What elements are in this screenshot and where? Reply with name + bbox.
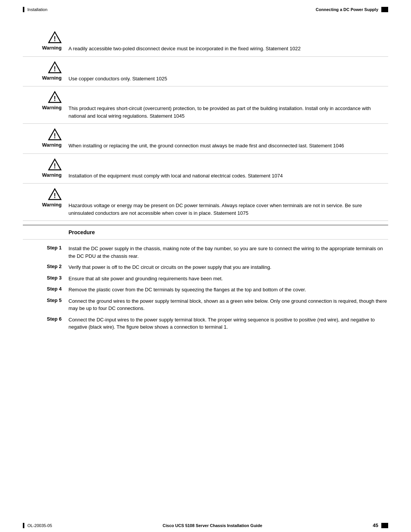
- warning-icon-row: !: [23, 128, 388, 141]
- step-text: Verify that power is off to the DC circu…: [68, 264, 388, 271]
- warning-entry: ! Warning Installation of the equipment …: [23, 154, 388, 184]
- step-row: Step 6 Connect the DC-input wires to the…: [23, 316, 388, 331]
- warning-text-row: Warning This product requires short-circ…: [23, 105, 388, 120]
- step-label: Step 3: [23, 275, 68, 281]
- page-footer: OL-20035-05 Cisco UCS 5108 Server Chassi…: [0, 519, 411, 532]
- warning-label-cell: Warning: [23, 172, 68, 178]
- step-row: Step 2 Verify that power is off to the D…: [23, 264, 388, 271]
- warning-icon-cell: !: [23, 128, 68, 141]
- warning-text-cell: Installation of the equipment must compl…: [68, 172, 388, 180]
- warning-icon-row: !: [23, 30, 388, 44]
- footer-center-label: Cisco UCS 5108 Server Chassis Installati…: [162, 523, 262, 528]
- step-label: Step 1: [23, 245, 68, 251]
- header-right-bar: [381, 7, 388, 12]
- footer-right: 45: [373, 522, 388, 528]
- step-label: Step 4: [23, 286, 68, 292]
- warning-text-row: Warning When installing or replacing the…: [23, 142, 388, 150]
- warning-text: This product requires short-circuit (ove…: [68, 105, 371, 119]
- header-left-label: Installation: [27, 7, 48, 12]
- warning-text-row: Warning Hazardous voltage or energy may …: [23, 202, 388, 217]
- warning-icon-cell: !: [23, 158, 68, 171]
- page-header: Installation Connecting a DC Power Suppl…: [0, 0, 411, 15]
- warning-icon-cell: !: [23, 90, 68, 104]
- warning-icon-row: !: [23, 90, 388, 104]
- header-left: Installation: [23, 7, 48, 12]
- svg-text:!: !: [54, 65, 56, 73]
- warning-text-cell: This product requires short-circuit (ove…: [68, 105, 388, 120]
- warning-text-cell: Use copper conductors only. Statement 10…: [68, 75, 388, 83]
- step-label: Step 6: [23, 316, 68, 322]
- step-text: Connect the ground wires to the power su…: [68, 297, 388, 312]
- warning-icon: !: [48, 128, 62, 141]
- warning-text-row: Warning Use copper conductors only. Stat…: [23, 75, 388, 83]
- step-row: Step 4 Remove the plastic cover from the…: [23, 286, 388, 294]
- warning-label: Warning: [42, 142, 62, 148]
- header-right: Connecting a DC Power Supply: [316, 7, 388, 12]
- warning-icon-cell: !: [23, 61, 68, 74]
- warning-icon: !: [48, 30, 62, 44]
- svg-text:!: !: [54, 35, 56, 43]
- header-right-label: Connecting a DC Power Supply: [316, 7, 378, 12]
- warning-icon: !: [48, 158, 62, 171]
- warning-label: Warning: [42, 202, 62, 208]
- warning-label: Warning: [42, 105, 62, 110]
- footer-right-bar: [381, 523, 388, 528]
- warning-label: Warning: [42, 75, 62, 81]
- footer-left: OL-20035-05: [23, 523, 52, 528]
- warning-icon-row: !: [23, 158, 388, 171]
- warning-icon-cell: !: [23, 187, 68, 201]
- warning-entry: ! Warning Use copper conductors only. St…: [23, 57, 388, 87]
- svg-text:!: !: [54, 192, 56, 200]
- warning-text-cell: When installing or replacing the unit, t…: [68, 142, 388, 150]
- warning-text: Installation of the equipment must compl…: [68, 173, 283, 179]
- procedure-title: Procedure: [68, 229, 95, 235]
- warning-icon: !: [48, 90, 62, 104]
- warning-entry: ! Warning This product requires short-ci…: [23, 86, 388, 124]
- warning-text: Use copper conductors only. Statement 10…: [68, 76, 167, 81]
- warning-icon: !: [48, 61, 62, 74]
- step-text: Install the DC power supply in the chass…: [68, 245, 388, 260]
- svg-text:!: !: [54, 162, 56, 170]
- warning-text: When installing or replacing the unit, t…: [68, 143, 344, 149]
- step-label: Step 5: [23, 297, 68, 303]
- step-row: Step 1 Install the DC power supply in th…: [23, 245, 388, 260]
- step-text: Ensure that all site power and grounding…: [68, 275, 388, 283]
- warning-icon-cell: !: [23, 30, 68, 44]
- warning-text-cell: A readily accessible two-poled disconnec…: [68, 45, 388, 53]
- page: Installation Connecting a DC Power Suppl…: [0, 0, 411, 532]
- warning-text: Hazardous voltage or energy may be prese…: [68, 203, 362, 216]
- warning-text-row: Warning A readily accessible two-poled d…: [23, 45, 388, 53]
- page-number: 45: [373, 522, 378, 528]
- main-content: ! Warning A readily accessible two-poled…: [0, 15, 411, 358]
- procedure-header: Procedure: [23, 225, 388, 235]
- svg-text:!: !: [54, 132, 56, 140]
- footer-left-label: OL-20035-05: [27, 523, 52, 528]
- header-left-bar: [23, 7, 24, 12]
- warning-label-cell: Warning: [23, 75, 68, 81]
- warnings-section: ! Warning A readily accessible two-poled…: [23, 27, 388, 221]
- step-label: Step 2: [23, 264, 68, 269]
- steps-section: Step 1 Install the DC power supply in th…: [23, 239, 388, 331]
- warning-label-cell: Warning: [23, 202, 68, 208]
- warning-text-row: Warning Installation of the equipment mu…: [23, 172, 388, 180]
- warning-label-cell: Warning: [23, 45, 68, 51]
- warning-entry: ! Warning A readily accessible two-poled…: [23, 27, 388, 57]
- warning-entry: ! Warning When installing or replacing t…: [23, 124, 388, 154]
- svg-text:!: !: [54, 95, 56, 102]
- warning-label: Warning: [42, 45, 62, 51]
- step-row: Step 3 Ensure that all site power and gr…: [23, 275, 388, 283]
- warning-text-cell: Hazardous voltage or energy may be prese…: [68, 202, 388, 217]
- warning-icon-row: !: [23, 61, 388, 74]
- step-text: Remove the plastic cover from the DC ter…: [68, 286, 388, 294]
- warning-entry: ! Warning Hazardous voltage or energy ma…: [23, 184, 388, 221]
- warning-icon-row: !: [23, 187, 388, 201]
- footer-left-bar: [23, 523, 24, 528]
- warning-text: A readily accessible two-poled disconnec…: [68, 46, 301, 51]
- step-row: Step 5 Connect the ground wires to the p…: [23, 297, 388, 312]
- warning-label-cell: Warning: [23, 142, 68, 148]
- warning-label-cell: Warning: [23, 105, 68, 110]
- warning-icon: !: [48, 187, 62, 201]
- step-text: Connect the DC-input wires to the power …: [68, 316, 388, 331]
- warning-label: Warning: [42, 172, 62, 178]
